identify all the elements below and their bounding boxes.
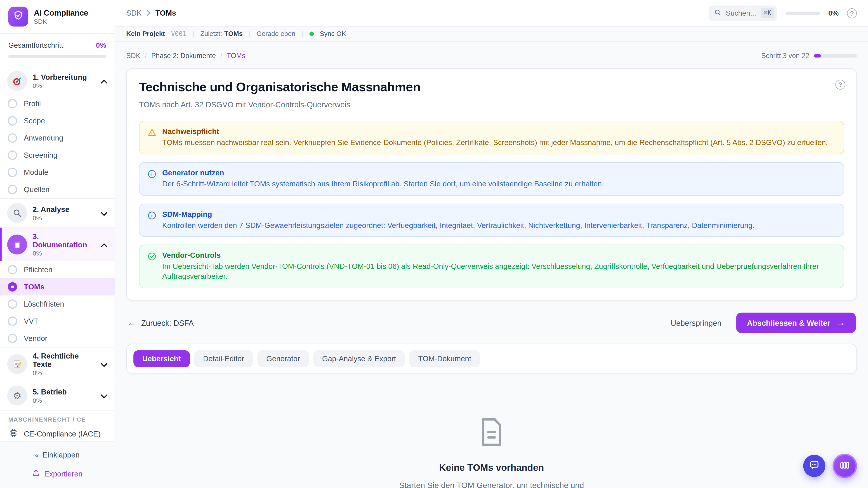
alert-text: Kontrollen werden den 7 SDM-Gewaehrleist… xyxy=(162,221,755,230)
sidebar-item-scope[interactable]: Scope xyxy=(0,112,115,129)
keyboard-shortcut-badge: ⌘K xyxy=(761,8,775,18)
sidebar-item-label: Vendor xyxy=(24,334,48,343)
tab-generator[interactable]: Generator xyxy=(257,350,309,367)
section-percent: 0% xyxy=(33,369,95,376)
sidebar-item-label: Profil xyxy=(24,100,41,108)
sidebar-item-loeschfristen[interactable]: Löschfristen xyxy=(0,295,115,313)
page-breadcrumb: SDK / Phase 2: Dokumente / TOMs Schritt … xyxy=(126,51,857,61)
empty-state: Keine TOMs vorhanden Starten Sie den TOM… xyxy=(126,417,857,488)
shield-check-icon xyxy=(13,10,24,23)
skip-button[interactable]: Ueberspringen xyxy=(671,319,721,327)
last-visited: Zuletzt:TOMs xyxy=(200,30,243,37)
alert-generator-nutzen: Generator nutzen Der 6-Schritt-Wizard le… xyxy=(139,162,844,196)
toms-intro-card: Technische und Organisatorische Massnahm… xyxy=(126,68,857,301)
memo-icon xyxy=(7,354,27,374)
alert-title: SDM-Mapping xyxy=(162,210,755,219)
app-logo xyxy=(8,6,28,26)
dart-target-icon xyxy=(7,71,27,91)
collapse-sidebar-button[interactable]: « Einklappen xyxy=(29,447,85,463)
step-progress-bar xyxy=(814,54,857,58)
info-circle-icon xyxy=(147,210,157,222)
sidebar-item-vvt[interactable]: VVT xyxy=(0,313,115,330)
alert-title: Nachweispflicht xyxy=(162,127,828,135)
export-label: Exportieren xyxy=(44,470,83,478)
sidebar-item-label: Screening xyxy=(24,151,57,160)
info-circle-icon xyxy=(147,169,157,181)
sidebar-section-analyse[interactable]: 2. Analyse 0% xyxy=(0,198,115,228)
complete-continue-button[interactable]: Abschliessen & Weiter → xyxy=(737,313,856,333)
overall-progress-bar xyxy=(8,55,106,58)
tab-tom-dokument[interactable]: TOM-Dokument xyxy=(409,350,480,367)
sidebar-item-pflichten[interactable]: Pflichten xyxy=(0,261,115,278)
step-label: Schritt 3 von 22 xyxy=(761,52,809,60)
sidebar-section-rechtliche-texte[interactable]: 4. Rechtliche Texte 0% xyxy=(0,347,115,381)
section-percent: 0% xyxy=(33,82,87,89)
help-icon[interactable]: ? xyxy=(847,8,857,18)
alert-vendor-controls: Vendor-Controls Im Uebersicht-Tab werden… xyxy=(139,245,844,289)
sidebar-section-betrieb[interactable]: ⚙ 5. Betrieb 0% xyxy=(0,381,115,410)
sidebar-item-anwendung[interactable]: Anwendung xyxy=(0,129,115,147)
sidebar-item-label: Pflichten xyxy=(24,266,53,274)
sidebar-item-label: Module xyxy=(24,168,48,176)
overall-progress: Gesamtfortschritt 0% xyxy=(0,34,115,66)
sidebar-item-module[interactable]: Module xyxy=(0,164,115,181)
alert-title: Vendor-Controls xyxy=(162,252,836,260)
chat-fab[interactable] xyxy=(803,455,825,477)
empty-state-title: Keine TOMs vorhanden xyxy=(439,463,544,474)
radio-icon xyxy=(8,116,17,126)
page-breadcrumb-phase[interactable]: Phase 2: Dokumente xyxy=(151,52,216,60)
sidebar-item-profil[interactable]: Profil xyxy=(0,95,115,112)
section-title: 3. Dokumentation xyxy=(33,232,95,249)
card-help-icon[interactable]: ? xyxy=(835,80,845,90)
sync-status-icon xyxy=(309,32,314,36)
sidebar-item-label: VVT xyxy=(24,317,38,325)
radio-icon xyxy=(8,168,17,177)
section-title: 4. Rechtliche Texte xyxy=(33,352,95,368)
collapse-chevrons-icon: « xyxy=(35,451,38,459)
page-subtitle: TOMs nach Art. 32 DSGVO mit Vendor-Contr… xyxy=(139,100,844,109)
tab-gap-analyse-export[interactable]: Gap-Analyse & Export xyxy=(313,350,405,367)
radio-icon xyxy=(8,317,17,326)
step-progress: Schritt 3 von 22 xyxy=(761,52,857,60)
gear-icon: ⚙ xyxy=(7,386,27,405)
version-badge: V001 xyxy=(171,30,186,37)
status-bar: Kein Projekt V001 | Zuletzt:TOMs | Gerad… xyxy=(115,27,868,41)
tab-uebersicht[interactable]: Uebersicht xyxy=(133,350,190,367)
back-button[interactable]: ← Zurueck: DSFA xyxy=(127,318,194,328)
sidebar-item-vendor[interactable]: Vendor xyxy=(0,330,115,347)
radio-icon xyxy=(8,99,17,108)
sidebar-item-toms[interactable]: TOMs xyxy=(0,278,115,295)
sidebar-section-vorbereitung[interactable]: 1. Vorbereitung 0% xyxy=(0,66,115,95)
section-title: 1. Vorbereitung xyxy=(33,73,87,81)
overall-progress-value: 0% xyxy=(96,41,106,49)
topbar-progress-bar xyxy=(786,11,820,15)
topbar-progress-value: 0% xyxy=(828,9,839,17)
arrow-right-icon: → xyxy=(836,318,845,328)
document-icon xyxy=(479,417,504,449)
sidebar-item-quellen[interactable]: Quellen xyxy=(0,181,115,198)
search-placeholder: Suchen... xyxy=(726,9,756,17)
sidebar-footer: « Einklappen Exportieren xyxy=(0,442,115,488)
next-label: Abschliessen & Weiter xyxy=(747,319,830,327)
search-input[interactable]: Suchen... ⌘K xyxy=(709,5,777,21)
chip-icon xyxy=(9,428,18,440)
sidebar-item-ce-compliance[interactable]: CE-Compliance (IACE) xyxy=(8,423,106,442)
tab-detail-editor[interactable]: Detail-Editor xyxy=(194,350,253,367)
chevron-right-icon xyxy=(147,8,150,18)
sidebar-item-screening[interactable]: Screening xyxy=(0,147,115,164)
export-button[interactable]: Exportieren xyxy=(26,465,88,483)
warning-triangle-icon xyxy=(147,128,157,139)
page-breadcrumb-root[interactable]: SDK xyxy=(126,52,141,60)
radio-selected-icon xyxy=(8,282,17,292)
clipboard-icon xyxy=(7,234,27,254)
app-window: AI Compliance SDK Gesamtfortschritt 0% 1… xyxy=(0,0,868,488)
sidebar-item-label: Löschfristen xyxy=(24,300,64,308)
alert-title: Generator nutzen xyxy=(162,168,604,177)
board-columns-fab[interactable] xyxy=(833,454,857,478)
sidebar-section-dokumentation[interactable]: 3. Dokumentation 0% xyxy=(0,228,115,261)
columns-icon xyxy=(839,459,850,472)
sidebar-item-label: Scope xyxy=(24,117,45,125)
breadcrumb-root[interactable]: SDK xyxy=(126,9,142,17)
section-percent: 0% xyxy=(33,250,95,257)
sidebar-group-maschinenrecht: MASCHINENRECHT / CE CE-Compliance (IACE) xyxy=(0,410,115,442)
